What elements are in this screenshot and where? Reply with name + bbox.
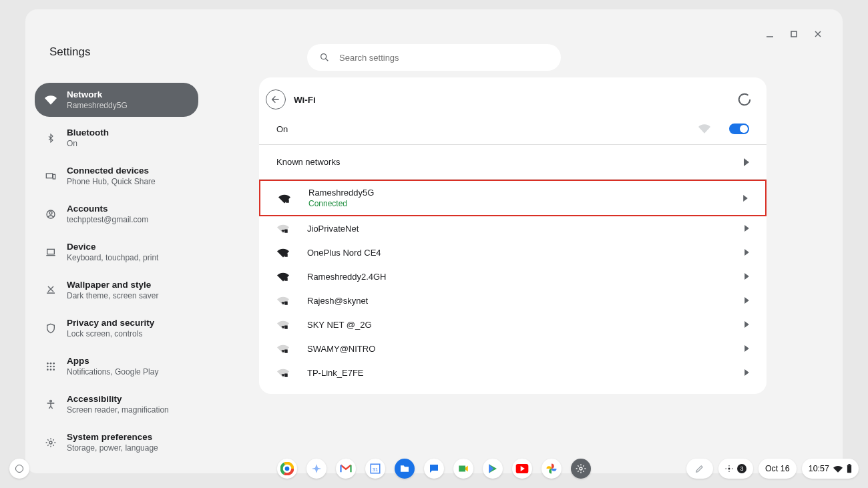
known-networks-row[interactable]: Known networks	[259, 145, 767, 180]
sidebar-item-bluetooth[interactable]: BluetoothOn	[35, 121, 198, 155]
network-row[interactable]: SWAMY@NITRO	[259, 336, 767, 360]
sidebar-item-sub: Keyboard, touchpad, print	[67, 253, 158, 262]
sidebar-item-label: Network	[67, 89, 128, 99]
launcher-button[interactable]	[9, 459, 29, 479]
add-wifi-icon[interactable]	[698, 123, 710, 135]
account-icon	[44, 209, 57, 220]
shelf-app-calendar[interactable]: 31	[365, 459, 385, 479]
sidebar-item-label: Accounts	[67, 204, 148, 214]
maximize-button[interactable]	[788, 28, 800, 40]
network-row[interactable]: JioPrivateNet	[259, 216, 767, 240]
sidebar-item-sub: Rameshreddy5G	[67, 101, 128, 110]
network-row[interactable]: Rameshreddy2.4GH	[259, 264, 767, 288]
shelf-app-play[interactable]	[483, 459, 503, 479]
shelf-app-gmail[interactable]	[336, 459, 356, 479]
svg-point-42	[728, 468, 730, 470]
sidebar-item-wallpaper[interactable]: Wallpaper and styleDark theme, screen sa…	[35, 273, 198, 307]
chevron-right-icon	[744, 158, 749, 166]
svg-rect-28	[284, 326, 288, 329]
svg-rect-29	[284, 350, 288, 353]
wifi-signal-icon	[276, 223, 290, 234]
wifi-toggle[interactable]	[729, 124, 749, 134]
svg-point-17	[53, 365, 55, 367]
panel-title: Wi-Fi	[294, 95, 316, 105]
notification-tray[interactable]: 3	[718, 459, 753, 479]
search-input[interactable]	[339, 53, 549, 63]
wifi-panel: Wi-Fi On Known networks Rameshreddy5GCon…	[259, 77, 767, 394]
refresh-icon[interactable]	[737, 92, 752, 107]
network-name: TP-Link_E7FE	[307, 368, 364, 378]
svg-rect-7	[53, 174, 55, 179]
sidebar-item-accounts[interactable]: Accountstechpptest@gmail.com	[35, 197, 198, 231]
sidebar-item-apps[interactable]: AppsNotifications, Google Play	[35, 349, 198, 383]
svg-rect-26	[284, 278, 288, 281]
shelf-app-photos[interactable]	[541, 459, 562, 479]
sidebar-item-accessibility[interactable]: AccessibilityScreen reader, magnificatio…	[35, 387, 198, 421]
svg-rect-39	[459, 466, 465, 472]
network-row[interactable]: SKY NET @_2G	[259, 312, 767, 336]
shelf-app-chrome[interactable]	[277, 459, 297, 479]
system-tray: 3 Oct 16 10:57	[686, 459, 859, 479]
svg-point-12	[47, 362, 49, 364]
wifi-signal-icon	[276, 343, 290, 354]
network-row[interactable]: Rajesh@skynet	[259, 288, 767, 312]
settings-window: Settings NetworkRameshreddy5G BluetoothO…	[25, 9, 843, 473]
shelf-app-assistant[interactable]	[306, 459, 327, 479]
settings-small-icon	[725, 465, 733, 473]
sidebar-item-sub: Notifications, Google Play	[67, 367, 158, 377]
shelf-app-meet[interactable]	[453, 459, 473, 479]
network-name: Rameshreddy5G	[308, 188, 374, 198]
network-name: SWAMY@NITRO	[307, 344, 375, 354]
stylus-button[interactable]	[686, 459, 713, 479]
bluetooth-icon	[44, 134, 57, 143]
battery-status-icon	[847, 464, 852, 473]
shelf-app-youtube[interactable]	[512, 459, 532, 479]
chevron-right-icon	[744, 225, 749, 232]
chevron-right-icon	[744, 345, 749, 352]
svg-rect-10	[47, 249, 55, 254]
status-pill[interactable]: 10:57	[802, 459, 859, 479]
sidebar-item-network[interactable]: NetworkRameshreddy5G	[35, 83, 198, 117]
minimize-button[interactable]	[764, 28, 776, 40]
sidebar-item-privacy[interactable]: Privacy and securityLock screen, control…	[35, 311, 198, 345]
network-name: Rajesh@skynet	[307, 296, 368, 306]
search-box[interactable]	[307, 44, 561, 71]
shield-icon	[44, 323, 57, 334]
sidebar-item-sub: Storage, power, language	[67, 443, 158, 453]
sidebar-item-system[interactable]: System preferencesStorage, power, langua…	[35, 425, 198, 459]
page-title: Settings	[49, 45, 90, 59]
chevron-right-icon	[744, 297, 749, 304]
shelf-app-settings[interactable]	[571, 459, 591, 479]
window-controls	[764, 28, 824, 40]
svg-rect-30	[284, 374, 288, 377]
laptop-icon	[44, 247, 57, 258]
svg-point-19	[50, 369, 52, 371]
sidebar-item-label: Connected devices	[67, 166, 156, 176]
accessibility-icon	[44, 399, 57, 410]
devices-icon	[44, 171, 57, 182]
svg-rect-6	[46, 174, 52, 178]
wifi-signal-icon	[276, 247, 290, 258]
network-row[interactable]: Rameshreddy5GConnected	[259, 180, 767, 216]
chevron-right-icon	[744, 273, 749, 280]
network-name: Rameshreddy2.4GH	[307, 272, 387, 282]
network-row[interactable]: TP-Link_E7FE	[259, 360, 767, 385]
date-pill[interactable]: Oct 16	[758, 459, 797, 479]
back-button[interactable]	[266, 89, 286, 109]
sidebar: NetworkRameshreddy5G BluetoothOn Connect…	[35, 83, 198, 463]
svg-point-15	[47, 365, 49, 367]
svg-rect-1	[791, 31, 797, 37]
network-list: Rameshreddy5GConnectedJioPrivateNetOnePl…	[259, 180, 767, 385]
shelf-app-files[interactable]	[395, 459, 415, 479]
svg-point-22	[49, 441, 52, 444]
sidebar-item-device[interactable]: DeviceKeyboard, touchpad, print	[35, 235, 198, 269]
network-row[interactable]: OnePlus Nord CE4	[259, 240, 767, 264]
sidebar-item-connected-devices[interactable]: Connected devicesPhone Hub, Quick Share	[35, 159, 198, 193]
wifi-icon	[44, 94, 57, 106]
svg-rect-25	[284, 254, 288, 257]
close-button[interactable]	[812, 28, 824, 40]
sidebar-item-sub: Dark theme, screen saver	[67, 291, 158, 300]
shelf-app-messages[interactable]	[424, 459, 444, 479]
chevron-right-icon	[743, 195, 748, 202]
svg-point-41	[580, 467, 582, 470]
